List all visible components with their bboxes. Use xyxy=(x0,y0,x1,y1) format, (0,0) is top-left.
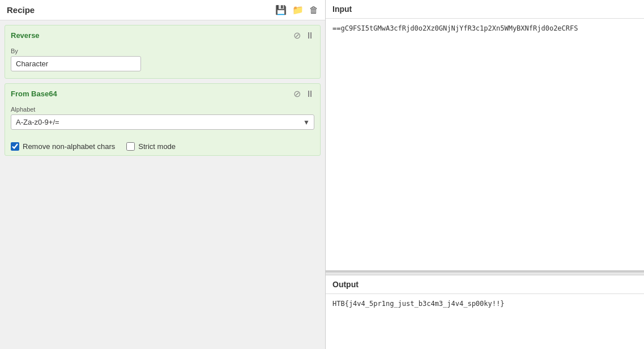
reverse-pause-icon[interactable]: ⏸ xyxy=(305,31,314,41)
reverse-op-card: Reverse ⊘ ⏸ By Character xyxy=(5,25,321,79)
reverse-by-value: Character xyxy=(11,56,141,71)
operations-area: Reverse ⊘ ⏸ By Character From Base64 ⊘ ⏸ xyxy=(0,20,325,349)
left-panel: Recipe 💾 📁 🗑 Reverse ⊘ ⏸ By Character xyxy=(0,0,326,349)
output-content: HTB{j4v4_5pr1ng_just_b3c4m3_j4v4_sp00ky!… xyxy=(326,294,644,349)
from-base64-disable-icon[interactable]: ⊘ xyxy=(293,88,301,99)
remove-non-alphabet-label: Remove non-alphabet chars xyxy=(23,142,115,151)
save-icon[interactable]: 💾 xyxy=(275,5,287,15)
input-header: Input xyxy=(326,0,644,19)
alphabet-dropdown-wrapper: A-Za-z0-9+/= ▼ xyxy=(11,114,314,130)
reverse-disable-icon[interactable]: ⊘ xyxy=(293,30,301,41)
remove-non-alphabet-checkbox[interactable] xyxy=(11,142,19,151)
from-base64-op-card: From Base64 ⊘ ⏸ Alphabet A-Za-z0-9+/= ▼ … xyxy=(5,83,321,156)
output-header: Output xyxy=(326,275,644,294)
output-value: HTB{j4v4_5pr1ng_just_b3c4m3_j4v4_sp00ky!… xyxy=(332,300,504,308)
input-section: Input ==gC9FSI5tGMwA3cfRjd0o2Xz0GNjNjYfR… xyxy=(326,0,644,272)
from-base64-pause-icon[interactable]: ⏸ xyxy=(305,89,314,99)
alphabet-label: Alphabet xyxy=(11,106,314,113)
recipe-title: Recipe xyxy=(7,5,35,15)
input-value: ==gC9FSI5tGMwA3cfRjd0o2Xz0GNjNjYfR3c1p2X… xyxy=(332,24,578,32)
recipe-header: Recipe 💾 📁 🗑 xyxy=(0,0,325,20)
from-base64-op-header: From Base64 ⊘ ⏸ xyxy=(5,84,320,104)
input-content[interactable]: ==gC9FSI5tGMwA3cfRjd0o2Xz0GNjNjYfR3c1p2X… xyxy=(326,19,644,270)
from-base64-op-body: Alphabet A-Za-z0-9+/= ▼ xyxy=(5,104,320,137)
checkboxes-row: Remove non-alphabet chars Strict mode xyxy=(5,137,320,155)
reverse-by-label: By xyxy=(11,48,314,54)
trash-icon[interactable]: 🗑 xyxy=(309,5,318,15)
reverse-op-controls: ⊘ ⏸ xyxy=(293,30,314,41)
reverse-op-body: By Character xyxy=(5,45,320,78)
recipe-toolbar: 💾 📁 🗑 xyxy=(275,5,318,15)
from-base64-op-title: From Base64 xyxy=(11,90,57,98)
strict-mode-checkbox-item[interactable]: Strict mode xyxy=(126,142,176,151)
reverse-op-header: Reverse ⊘ ⏸ xyxy=(5,25,320,45)
reverse-op-title: Reverse xyxy=(11,31,40,40)
right-panel: Input ==gC9FSI5tGMwA3cfRjd0o2Xz0GNjNjYfR… xyxy=(326,0,644,349)
strict-mode-checkbox[interactable] xyxy=(126,142,135,151)
alphabet-dropdown[interactable]: A-Za-z0-9+/= xyxy=(11,114,314,130)
from-base64-op-controls: ⊘ ⏸ xyxy=(293,88,314,99)
strict-mode-label: Strict mode xyxy=(138,142,176,151)
output-section: Output HTB{j4v4_5pr1ng_just_b3c4m3_j4v4_… xyxy=(326,275,644,349)
folder-icon[interactable]: 📁 xyxy=(292,5,304,15)
remove-non-alphabet-checkbox-item[interactable]: Remove non-alphabet chars xyxy=(11,142,115,151)
